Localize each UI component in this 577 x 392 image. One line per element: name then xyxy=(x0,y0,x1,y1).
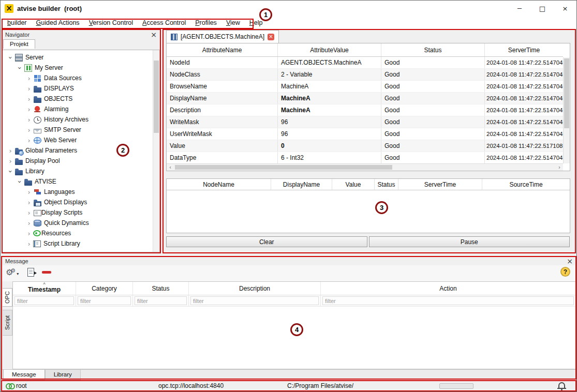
navigator-close-icon[interactable]: × xyxy=(151,31,157,38)
side-tab-opc[interactable]: OPC xyxy=(3,288,12,307)
attribute-status-cell[interactable]: Good xyxy=(381,140,485,152)
menu-view[interactable]: View xyxy=(221,17,245,28)
tree-item-display-scripts[interactable]: ›Display Scripts xyxy=(3,207,159,218)
column-header-watch-status[interactable]: Status xyxy=(375,179,398,190)
chevron-right-icon[interactable]: › xyxy=(25,116,33,123)
attribute-servertime-cell[interactable]: 2024-01-08 11:47:22.514704 xyxy=(485,104,563,116)
attribute-servertime-cell[interactable]: 2024-01-08 11:47:22.514704 xyxy=(485,152,563,163)
column-header-action[interactable]: Action xyxy=(321,282,575,295)
chevron-right-icon[interactable]: › xyxy=(25,75,33,82)
attribute-status-cell[interactable]: Good xyxy=(381,93,485,104)
attribute-value-cell[interactable]: 2 - Variable xyxy=(278,69,381,80)
attribute-servertime-cell[interactable]: 2024-01-08 11:47:22.514704 xyxy=(485,116,563,128)
attribute-table-vscrollbar[interactable] xyxy=(563,57,570,163)
attribute-row[interactable]: DisplayName MachineA Good 2024-01-08 11:… xyxy=(167,93,563,104)
menu-version-control[interactable]: Version Control xyxy=(84,17,138,28)
menu-access-control[interactable]: Access Control xyxy=(138,17,190,28)
filter-description-input[interactable] xyxy=(190,296,319,305)
attribute-value-cell[interactable]: 6 - Int32 xyxy=(278,152,381,163)
attribute-name-cell[interactable]: DisplayName xyxy=(167,93,278,104)
attribute-row[interactable]: Description MachineA Good 2024-01-08 11:… xyxy=(167,104,563,116)
tab-projekt[interactable]: Projekt xyxy=(3,39,35,49)
attribute-value-cell[interactable]: AGENT.OBJECTS.MachineA xyxy=(278,57,381,68)
bottom-tab-library[interactable]: Library xyxy=(45,370,81,380)
tree-item-my-server[interactable]: ›My Server xyxy=(3,63,159,73)
notifications-bell-icon[interactable] xyxy=(558,382,565,388)
attribute-servertime-cell[interactable]: 2024-01-08 11:47:22.517108 xyxy=(485,140,563,152)
help-icon[interactable]: ? xyxy=(560,267,570,277)
column-header-nodename[interactable]: NodeName xyxy=(167,179,271,190)
column-header-servertime[interactable]: ServerTime xyxy=(485,43,563,56)
chevron-right-icon[interactable]: › xyxy=(25,189,33,195)
chevron-down-icon[interactable]: › xyxy=(17,64,23,71)
column-header-attributename[interactable]: AttributeName xyxy=(167,43,278,56)
menu-profiles[interactable]: Profiles xyxy=(190,17,221,28)
column-header-timestamp[interactable]: ^ Timestamp xyxy=(13,282,76,295)
minimize-button[interactable]: ─ xyxy=(508,1,531,16)
attribute-servertime-cell[interactable]: 2024-01-08 11:47:22.514704 xyxy=(485,57,563,68)
column-header-attributevalue[interactable]: AttributeValue xyxy=(278,43,381,56)
filter-category-input[interactable] xyxy=(78,296,131,305)
attribute-row[interactable]: Value 0 Good 2024-01-08 11:47:22.517108 xyxy=(167,140,563,152)
column-header-value[interactable]: Value xyxy=(332,179,375,190)
tab-agent-objects-machinea[interactable]: [AGENT.OBJECTS.MachineA] × xyxy=(166,30,279,43)
attribute-name-cell[interactable]: UserWriteMask xyxy=(167,128,278,140)
column-header-msg-status[interactable]: Status xyxy=(133,282,189,295)
tree-item-server[interactable]: ›Server xyxy=(3,52,159,63)
tree-item-alarming[interactable]: ›Alarming xyxy=(3,104,159,114)
attribute-name-cell[interactable]: Value xyxy=(167,140,278,152)
attribute-status-cell[interactable]: Good xyxy=(381,104,485,116)
tree-item-global-parameters[interactable]: ›Global Parameters xyxy=(3,145,159,156)
chevron-right-icon[interactable]: › xyxy=(25,209,33,216)
tree-item-quick-dynamics[interactable]: ›Quick Dynamics xyxy=(3,218,159,228)
chevron-right-icon[interactable]: › xyxy=(7,158,14,164)
attribute-value-cell[interactable]: 96 xyxy=(278,128,381,140)
attribute-servertime-cell[interactable]: 2024-01-08 11:47:22.514704 xyxy=(485,128,563,140)
attribute-status-cell[interactable]: Good xyxy=(381,69,485,80)
navigator-scrollbar[interactable] xyxy=(153,50,159,252)
attribute-row[interactable]: WriteMask 96 Good 2024-01-08 11:47:22.51… xyxy=(167,116,563,128)
remove-messages-icon[interactable] xyxy=(42,271,51,274)
attribute-value-cell[interactable]: 96 xyxy=(278,116,381,128)
filter-timestamp-input[interactable] xyxy=(14,296,74,305)
attribute-servertime-cell[interactable]: 2024-01-08 11:47:22.514704 xyxy=(485,69,563,80)
attribute-name-cell[interactable]: BrowseName xyxy=(167,81,278,92)
attribute-servertime-cell[interactable]: 2024-01-08 11:47:22.514704 xyxy=(485,81,563,92)
tab-close-icon[interactable]: × xyxy=(268,34,274,40)
column-header-displayname[interactable]: DisplayName xyxy=(271,179,332,190)
attribute-value-cell[interactable]: 0 xyxy=(278,140,381,152)
chevron-right-icon[interactable]: › xyxy=(25,199,33,206)
tree-item-smtp-server[interactable]: ›SMTP Server xyxy=(3,125,159,135)
chevron-right-icon[interactable]: › xyxy=(7,147,14,154)
tree-item-object-displays[interactable]: ›Object Displays xyxy=(3,197,159,207)
navigator-scrollbar-thumb[interactable] xyxy=(154,61,159,133)
close-button[interactable]: × xyxy=(554,1,576,16)
chevron-down-icon[interactable]: › xyxy=(7,54,14,61)
column-header-category[interactable]: Category xyxy=(76,282,133,295)
column-header-status[interactable]: Status xyxy=(381,43,485,56)
filter-action-input[interactable] xyxy=(322,296,574,305)
chevron-right-icon[interactable]: › xyxy=(25,127,33,133)
attribute-status-cell[interactable]: Good xyxy=(381,81,485,92)
pause-button[interactable]: Pause xyxy=(369,236,570,247)
chevron-right-icon[interactable]: › xyxy=(25,85,33,92)
hscrollbar-thumb[interactable] xyxy=(175,165,392,170)
scroll-left-icon[interactable]: ‹ xyxy=(167,164,174,170)
column-header-sourcetime[interactable]: SourceTime xyxy=(482,179,570,190)
column-header-watch-servertime[interactable]: ServerTime xyxy=(398,179,482,190)
attribute-value-cell[interactable]: MachineA xyxy=(278,104,381,116)
attribute-name-cell[interactable]: NodeClass xyxy=(167,69,278,80)
attribute-row[interactable]: BrowseName MachineA Good 2024-01-08 11:4… xyxy=(167,81,563,93)
chevron-right-icon[interactable]: › xyxy=(25,230,33,237)
attribute-name-cell[interactable]: WriteMask xyxy=(167,116,278,128)
vscrollbar-thumb[interactable] xyxy=(564,58,569,128)
attribute-name-cell[interactable]: NodeId xyxy=(167,57,278,68)
chevron-right-icon[interactable]: › xyxy=(25,96,33,102)
attribute-status-cell[interactable]: Good xyxy=(381,152,485,163)
tree-item-resources[interactable]: ›Resources xyxy=(3,228,159,238)
maximize-button[interactable]: □ xyxy=(531,1,554,16)
clear-button[interactable]: Clear xyxy=(166,236,367,247)
menu-guided-actions[interactable]: Guided Actions xyxy=(32,17,84,28)
attribute-value-cell[interactable]: MachineA xyxy=(278,93,381,104)
menu-help[interactable]: Help xyxy=(245,17,268,28)
